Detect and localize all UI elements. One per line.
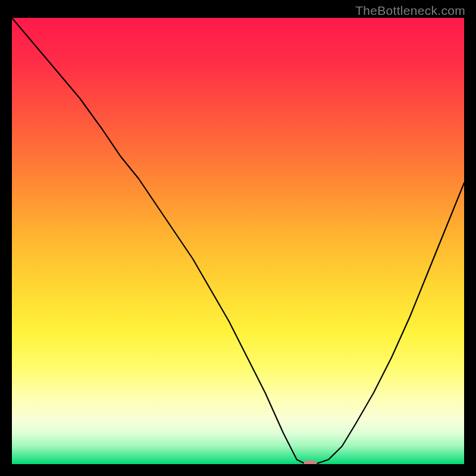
bottleneck-chart [12, 18, 464, 464]
bottleneck-marker [304, 461, 317, 464]
chart-background [12, 18, 464, 464]
chart-frame [12, 18, 464, 464]
watermark-text: TheBottleneck.com [355, 4, 465, 18]
